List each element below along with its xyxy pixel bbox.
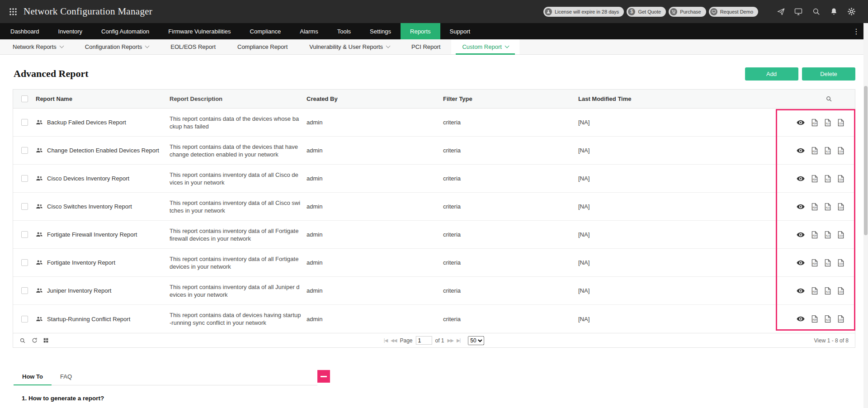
row-checkbox[interactable] [21,287,28,294]
export-pdf-icon[interactable]: PDF [811,119,818,126]
nav-dashboard[interactable]: Dashboard [1,23,49,39]
export-pdf-icon[interactable]: PDF [811,231,818,238]
export-csv-icon[interactable]: CSV [838,231,844,238]
footer-search-icon[interactable] [19,337,26,344]
last-page-icon[interactable]: ▶| [457,338,460,343]
report-name-link[interactable]: Fortigate Inventory Report [47,259,115,266]
nav-config-automation[interactable]: Config Automation [92,23,159,39]
row-checkbox[interactable] [21,119,28,126]
export-xls-icon[interactable]: XLS [825,119,831,126]
export-csv-icon[interactable]: CSV [838,147,844,154]
row-checkbox[interactable] [21,231,28,238]
get-quote-badge[interactable]: $ Get Quote [627,7,666,17]
export-csv-icon[interactable]: CSV [838,175,844,182]
export-csv-icon[interactable]: CSV [838,119,844,126]
delete-button[interactable]: Delete [802,67,855,81]
report-name-link[interactable]: Cisco Devices Inventory Report [47,175,129,182]
view-report-icon[interactable] [797,176,805,181]
app-title: Network Configuration Manager [24,6,152,17]
view-report-icon[interactable] [797,288,805,294]
row-checkbox[interactable] [21,147,28,154]
nav-support[interactable]: Support [440,23,480,39]
export-xls-icon[interactable]: XLS [825,287,831,294]
filter-type: criteria [443,147,578,154]
page-number-input[interactable] [416,336,432,345]
purchase-badge[interactable]: Purchase [669,7,706,17]
export-xls-icon[interactable]: XLS [825,259,831,266]
export-pdf-icon[interactable]: PDF [811,203,818,210]
how-to-item[interactable]: 2. How to schedule a report? [22,406,868,408]
tab-faq[interactable]: FAQ [52,369,80,385]
add-button[interactable]: Add [745,67,798,81]
nav-alarms[interactable]: Alarms [290,23,327,39]
export-pdf-icon[interactable]: PDF [811,315,818,323]
search-icon[interactable] [811,7,821,17]
select-all-checkbox[interactable] [21,95,28,102]
export-csv-icon[interactable]: CSV [838,259,844,266]
export-xls-icon[interactable]: XLS [825,203,831,210]
report-name-link[interactable]: Startup-Running Conflict Report [47,316,130,323]
nav-firmware-vulnerabilities[interactable]: Firmware Vulnerabilities [159,23,240,39]
row-checkbox[interactable] [21,316,28,323]
report-name-link[interactable]: Juniper Inventory Report [47,287,111,294]
view-report-icon[interactable] [797,204,805,209]
personalized-demo-icon[interactable] [793,7,803,17]
header-badges: License will expire in 28 days $ Get Quo… [543,7,758,17]
nav-compliance[interactable]: Compliance [241,23,291,39]
view-report-icon[interactable] [797,316,805,322]
report-name-link[interactable]: Fortigate Firewall Inventory Report [47,231,137,238]
previous-page-icon[interactable]: ◀◀ [391,338,396,343]
export-xls-icon[interactable]: XLS [825,315,831,323]
report-name-link[interactable]: Change Detection Enabled Devices Report [47,147,159,154]
view-report-icon[interactable] [797,260,805,266]
scrollbar-thumb[interactable] [864,86,868,235]
table-search-icon[interactable] [826,95,832,102]
row-checkbox[interactable] [21,259,28,266]
nav-inventory[interactable]: Inventory [49,23,92,39]
report-name-link[interactable]: Backup Failed Devices Report [47,119,126,126]
nav-tools[interactable]: Tools [328,23,360,39]
subnav-pci-report[interactable]: PCI Report [401,39,451,54]
how-to-item[interactable]: 1. How to generate a report? [22,394,868,402]
export-csv-icon[interactable]: CSV [838,315,844,323]
page-size-select[interactable]: 50 [468,336,484,345]
view-report-icon[interactable] [797,148,805,153]
row-checkbox[interactable] [21,175,28,182]
request-demo-badge[interactable]: Request Demo [709,7,758,17]
subnav-configuration-reports[interactable]: Configuration Reports [74,39,160,54]
grid-view-icon[interactable] [43,338,48,343]
view-report-icon[interactable] [797,120,805,125]
subnav-eol-eos-report[interactable]: EOL/EOS Report [160,39,226,54]
row-checkbox[interactable] [21,203,28,210]
report-name-link[interactable]: Cisco Switches Inventory Report [47,203,132,210]
nav-reports[interactable]: Reports [401,23,440,39]
nav-settings[interactable]: Settings [360,23,401,39]
license-expiry-badge[interactable]: License will expire in 28 days [543,7,624,17]
notifications-bell-icon[interactable] [829,7,839,17]
export-csv-icon[interactable]: CSV [838,287,844,294]
whats-new-icon[interactable] [776,7,786,17]
chevron-down-icon [145,44,150,48]
subnav-compliance-report[interactable]: Compliance Report [226,39,298,54]
export-xls-icon[interactable]: XLS [825,231,831,238]
next-page-icon[interactable]: ▶▶ [448,338,453,343]
vertical-scrollbar[interactable] [863,23,868,408]
tab-how-to[interactable]: How To [14,369,52,385]
subnav-network-reports[interactable]: Network Reports [2,39,74,54]
settings-gear-icon[interactable] [846,7,856,17]
refresh-icon[interactable] [32,337,38,343]
subnav-vulnerability-user-reports[interactable]: Vulnerability & User Reports [298,39,401,54]
collapse-help-button[interactable] [317,370,330,383]
first-page-icon[interactable]: |◀ [384,338,387,343]
apps-grid-icon[interactable] [9,8,17,16]
export-xls-icon[interactable]: XLS [825,175,831,182]
subnav-custom-report[interactable]: Custom Report [451,39,519,54]
export-pdf-icon[interactable]: PDF [811,259,818,266]
export-pdf-icon[interactable]: PDF [811,147,818,154]
view-report-icon[interactable] [797,232,805,237]
export-xls-icon[interactable]: XLS [825,147,831,154]
export-pdf-icon[interactable]: PDF [811,175,818,182]
export-pdf-icon[interactable]: PDF [811,287,818,294]
export-csv-icon[interactable]: CSV [838,203,844,210]
table-row: Fortigate Inventory Report This report c… [13,249,855,277]
